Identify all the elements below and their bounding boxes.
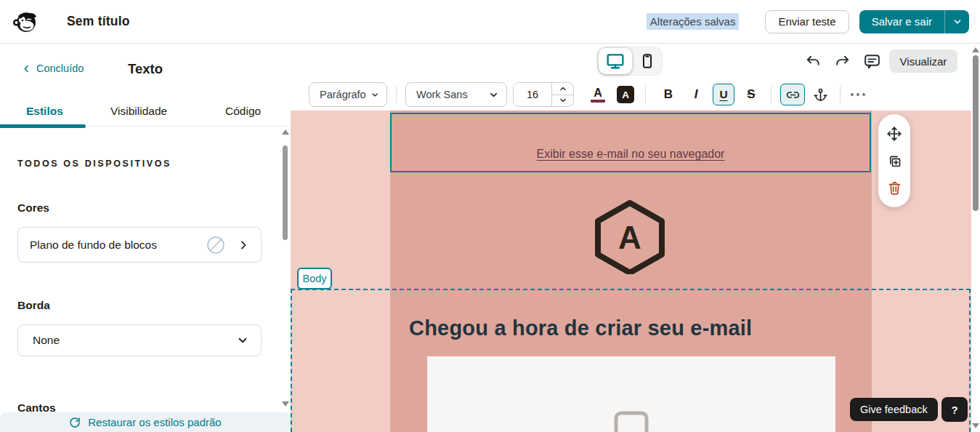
border-select[interactable]: None <box>17 324 262 356</box>
logo-letter: A <box>618 220 641 255</box>
text-format-toolbar: Parágrafo Work Sans <box>309 81 865 108</box>
body-block-tag: Body <box>297 268 332 289</box>
sidebar-scrollbar-thumb[interactable] <box>283 145 288 240</box>
toolbar-divider <box>840 86 841 103</box>
highlight-color-icon: A <box>617 86 634 103</box>
text-color-swatch <box>591 100 605 103</box>
selected-text-block[interactable]: Exibir esse e-mail no seu navegador <box>390 113 871 172</box>
refresh-icon <box>69 417 81 428</box>
help-button[interactable]: ? <box>941 397 968 422</box>
device-preview-toggle <box>597 47 663 76</box>
redo-icon[interactable] <box>834 53 851 70</box>
save-exit-button[interactable]: Salvar e sair <box>859 10 944 33</box>
duplicate-icon <box>887 153 902 169</box>
block-background-row[interactable]: Plano de fundo de blocos <box>17 227 262 263</box>
main-scrollbar-thumb[interactable] <box>973 55 979 211</box>
desktop-icon <box>606 52 625 71</box>
view-in-browser-link[interactable]: Exibir esse e-mail no seu navegador <box>537 148 725 161</box>
tab-visibilidade[interactable]: Visibilidade <box>110 105 167 118</box>
top-header: Sem título Alterações salvas Enviar test… <box>0 0 980 44</box>
image-placeholder-icon <box>614 411 649 432</box>
bold-button[interactable]: B <box>657 84 679 105</box>
devices-section-heading: TODOS OS DISPOSITIVOS <box>17 159 171 169</box>
move-icon <box>886 126 902 142</box>
preview-button[interactable]: Visualizar <box>889 49 957 73</box>
text-color-button[interactable]: A <box>587 84 609 105</box>
give-feedback-button[interactable]: Give feedback <box>850 398 938 421</box>
toolbar-divider <box>771 86 772 103</box>
save-exit-caret-button[interactable] <box>944 10 969 33</box>
toolbar-divider <box>645 86 646 103</box>
duplicate-block-button[interactable] <box>887 153 902 169</box>
mobile-view-button[interactable] <box>632 53 662 69</box>
more-options-button[interactable] <box>851 93 865 96</box>
text-color-icon: A <box>594 87 602 98</box>
font-size-stepper <box>513 82 574 107</box>
save-exit-split-button: Salvar e sair <box>859 10 969 33</box>
editor-top-zone: Visualizar Parágrafo Work Sans <box>291 44 971 111</box>
anchor-icon <box>813 87 828 103</box>
font-size-decrease-button[interactable] <box>552 95 573 107</box>
toolbar-divider <box>396 86 397 103</box>
anchor-button[interactable] <box>809 84 831 105</box>
email-canvas: Exibir esse e-mail no seu navegador A Bo… <box>291 111 971 432</box>
active-tab-indicator <box>0 124 86 128</box>
sidebar-scroll-up-arrow[interactable] <box>282 129 289 135</box>
block-background-label: Plano de fundo de blocos <box>30 239 206 252</box>
link-button[interactable] <box>780 84 805 105</box>
move-block-button[interactable] <box>886 126 902 142</box>
hexagon-logo-block[interactable]: A <box>592 199 668 274</box>
save-status-badge: Alterações salvas <box>647 13 740 30</box>
colors-heading: Cores <box>17 201 49 215</box>
font-size-input[interactable] <box>514 83 551 106</box>
strikethrough-icon: S <box>747 87 755 102</box>
strikethrough-button[interactable]: S <box>740 84 762 105</box>
block-action-panel <box>878 114 910 207</box>
italic-icon: I <box>694 87 698 102</box>
send-test-button[interactable]: Enviar teste <box>765 10 849 33</box>
sidebar-tabs: Estilos Visibilidade Código <box>0 102 291 127</box>
mailchimp-email-editor: Sem título Alterações salvas Enviar test… <box>0 0 980 432</box>
highlight-color-button[interactable]: A <box>615 84 636 105</box>
chevron-down-icon <box>559 96 567 105</box>
desktop-view-button[interactable] <box>599 48 632 74</box>
mailchimp-logo[interactable] <box>12 7 41 36</box>
chevron-down-icon <box>488 89 499 100</box>
none-color-icon <box>206 235 226 255</box>
underline-button[interactable]: U <box>713 84 734 105</box>
tab-estilos[interactable]: Estilos <box>26 105 63 118</box>
border-heading: Borda <box>17 299 50 312</box>
scroll-down-arrow[interactable] <box>972 423 979 428</box>
undo-icon[interactable] <box>805 53 822 70</box>
scroll-up-arrow[interactable] <box>972 47 979 52</box>
chevron-right-icon <box>238 239 249 251</box>
comment-icon[interactable] <box>863 52 881 71</box>
sidebar-scroll-down-arrow[interactable] <box>282 401 289 407</box>
chevron-up-icon <box>559 84 567 93</box>
italic-button[interactable]: I <box>685 84 707 105</box>
restore-default-styles-label: Restaurar os estilos padrão <box>88 416 221 428</box>
link-icon <box>785 87 801 103</box>
email-heading-block[interactable]: Chegou a hora de criar seu e-mail <box>409 316 752 340</box>
document-title[interactable]: Sem título <box>67 14 130 29</box>
mobile-icon <box>639 53 655 69</box>
main-scrollbar <box>971 44 980 432</box>
trash-icon <box>887 180 902 196</box>
chevron-down-icon <box>236 334 249 347</box>
font-family-select[interactable]: Work Sans <box>405 82 507 107</box>
underline-icon: U <box>719 88 727 101</box>
paragraph-style-select[interactable]: Parágrafo <box>309 82 387 107</box>
bold-icon: B <box>664 87 673 102</box>
delete-block-button[interactable] <box>887 180 902 196</box>
tab-codigo[interactable]: Código <box>225 105 261 118</box>
font-size-increase-button[interactable] <box>552 83 573 95</box>
email-image-card[interactable] <box>427 356 835 432</box>
font-family-value: Work Sans <box>416 89 484 100</box>
restore-default-styles-button[interactable]: Restaurar os estilos padrão <box>0 412 291 432</box>
body-block-label: Body <box>302 273 326 284</box>
panel-title: Texto <box>0 61 291 77</box>
more-options-icon <box>851 93 854 96</box>
chevron-down-icon <box>952 17 963 27</box>
chevron-down-icon <box>370 89 379 100</box>
paragraph-style-value: Parágrafo <box>320 89 366 100</box>
